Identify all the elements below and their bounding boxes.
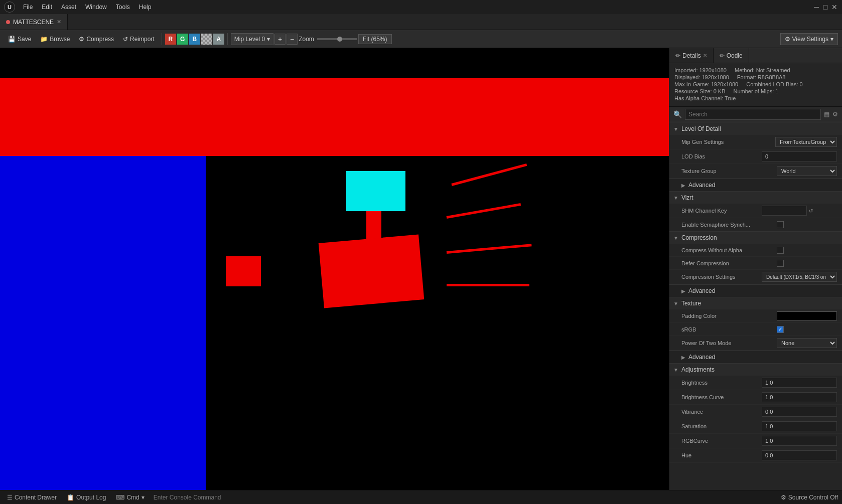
grid-view-icon[interactable]: ▦: [824, 111, 829, 118]
maximize-button[interactable]: □: [822, 4, 829, 11]
rgb-curve-input[interactable]: [762, 436, 837, 446]
channel-r-button[interactable]: R: [165, 34, 176, 45]
advanced-comp-label: Advanced: [688, 287, 715, 294]
compress-alpha-checkbox[interactable]: [777, 247, 784, 254]
menu-edit[interactable]: Edit: [38, 3, 56, 12]
output-log-button[interactable]: 📋 Output Log: [64, 493, 109, 502]
texture-group-value[interactable]: World: [777, 166, 837, 176]
red-shape-big: [319, 235, 425, 308]
section-texture[interactable]: ▼ Texture: [669, 297, 842, 309]
rgb-curve-value[interactable]: [762, 436, 837, 446]
srgb-checkbox[interactable]: [777, 326, 784, 333]
zoom-fit-button[interactable]: Fit (65%): [358, 34, 392, 44]
brightness-value[interactable]: [762, 378, 837, 388]
menu-window[interactable]: Window: [81, 3, 111, 12]
saturation-label: Saturation: [681, 423, 758, 429]
tab-mattescene[interactable]: MATTESCENE ✕: [0, 14, 68, 30]
shm-key-value[interactable]: ↺: [762, 206, 837, 216]
saturation-value[interactable]: [762, 421, 837, 431]
menu-asset[interactable]: Asset: [57, 3, 80, 12]
mip-gen-value[interactable]: FromTextureGroup: [775, 137, 837, 147]
reimport-label: Reimport: [130, 36, 155, 43]
menu-help[interactable]: Help: [135, 3, 156, 12]
section-compression[interactable]: ▼ Compression: [669, 231, 842, 244]
compress-button[interactable]: ⚙ Compress: [75, 32, 118, 46]
minimize-button[interactable]: ─: [813, 4, 820, 11]
menu-tools[interactable]: Tools: [112, 3, 134, 12]
power-of-two-select[interactable]: None: [777, 338, 837, 348]
channel-b-button[interactable]: B: [189, 34, 200, 45]
compression-settings-select[interactable]: Default (DXT1/5, BC1/3 on DX11): [762, 272, 837, 282]
viewport[interactable]: [0, 48, 669, 490]
brightness-curve-value[interactable]: [762, 392, 837, 402]
vibrance-input[interactable]: [762, 407, 837, 417]
brightness-input[interactable]: [762, 378, 837, 388]
content-drawer-button[interactable]: ☰ Content Drawer: [4, 493, 60, 502]
lod-bias-input[interactable]: [762, 151, 837, 161]
menu-file[interactable]: File: [19, 3, 37, 12]
close-button[interactable]: ✕: [831, 4, 838, 11]
source-control-status[interactable]: ⚙ Source Control Off: [781, 494, 838, 501]
diag-line-2: [447, 203, 521, 219]
diag-line-4: [447, 284, 529, 286]
channel-a-button[interactable]: A: [213, 34, 224, 45]
red-small: [226, 256, 261, 286]
zoom-slider[interactable]: [317, 38, 357, 40]
vibrance-value[interactable]: [762, 407, 837, 417]
info-row-3: Max In-Game: 1920x1080 Combined LOD Bias…: [674, 81, 837, 87]
tab-details[interactable]: ✏ Details ✕: [669, 48, 714, 63]
properties-scroll[interactable]: ▼ Level Of Detail Mip Gen Settings FromT…: [669, 122, 842, 490]
padding-color-swatch[interactable]: [777, 311, 837, 320]
lod-bias-label: LOD Bias: [681, 153, 758, 159]
channel-g-button[interactable]: G: [177, 34, 188, 45]
tab-close-button[interactable]: ✕: [57, 19, 61, 25]
hue-value[interactable]: [762, 450, 837, 460]
browse-button[interactable]: 📁 Browse: [36, 32, 74, 46]
lod-bias-value[interactable]: [762, 151, 837, 161]
tab-oodle[interactable]: ✏ Oodle: [714, 48, 749, 63]
alpha-preview: [201, 34, 212, 45]
details-tab-close[interactable]: ✕: [703, 53, 707, 58]
settings-icon[interactable]: ⚙: [832, 111, 838, 118]
prop-srgb: sRGB: [669, 323, 842, 336]
section-advanced-compression[interactable]: ▶ Advanced: [669, 284, 842, 297]
padding-color-value[interactable]: [777, 311, 837, 320]
prop-vibrance: Vibrance: [669, 405, 842, 419]
section-vizrt[interactable]: ▼ Vizrt: [669, 191, 842, 204]
defer-compression-checkbox[interactable]: [777, 260, 784, 267]
zoom-out-button[interactable]: −: [287, 34, 298, 45]
mip-gen-select[interactable]: FromTextureGroup: [775, 137, 837, 147]
console-input[interactable]: [152, 493, 292, 502]
compression-settings-value[interactable]: Default (DXT1/5, BC1/3 on DX11): [762, 272, 837, 282]
details-tab-label: Details: [682, 52, 701, 59]
brightness-curve-input[interactable]: [762, 392, 837, 402]
section-level-of-detail[interactable]: ▼ Level Of Detail: [669, 122, 842, 135]
semaphore-checkbox[interactable]: [777, 221, 784, 228]
section-adjustments[interactable]: ▼ Adjustments: [669, 363, 842, 376]
info-row-5: Has Alpha Channel: True: [674, 95, 837, 101]
view-settings-chevron-icon: ▾: [830, 36, 833, 43]
zoom-in-button[interactable]: +: [274, 34, 286, 45]
right-panel: ✏ Details ✕ ✏ Oodle Imported: 1920x1080 …: [669, 48, 842, 490]
section-advanced-texture[interactable]: ▶ Advanced: [669, 351, 842, 363]
cmd-chevron-icon: ▾: [142, 494, 145, 501]
saturation-input[interactable]: [762, 421, 837, 431]
hue-input[interactable]: [762, 450, 837, 460]
prop-hue: Hue: [669, 448, 842, 463]
mip-chevron-icon: ▾: [267, 36, 270, 43]
shm-key-reset[interactable]: ↺: [809, 208, 813, 214]
shm-key-input[interactable]: [762, 206, 807, 216]
prop-saturation: Saturation: [669, 419, 842, 434]
cmd-button[interactable]: ⌨ Cmd ▾: [113, 493, 147, 502]
view-settings-button[interactable]: ⚙ View Settings ▾: [780, 33, 838, 45]
search-input[interactable]: [685, 109, 821, 120]
brightness-curve-label: Brightness Curve: [681, 394, 758, 400]
save-button[interactable]: 💾 Save: [4, 32, 35, 46]
texture-group-select[interactable]: World: [777, 166, 837, 176]
power-of-two-value[interactable]: None: [777, 338, 837, 348]
section-advanced-lod[interactable]: ▶ Advanced: [669, 179, 842, 191]
mip-level-select[interactable]: Mip Level 0 ▾: [231, 33, 273, 45]
reimport-button[interactable]: ↺ Reimport: [119, 32, 159, 46]
has-alpha-info: Has Alpha Channel: True: [674, 95, 736, 101]
viewport-bottom-area: [0, 156, 669, 490]
